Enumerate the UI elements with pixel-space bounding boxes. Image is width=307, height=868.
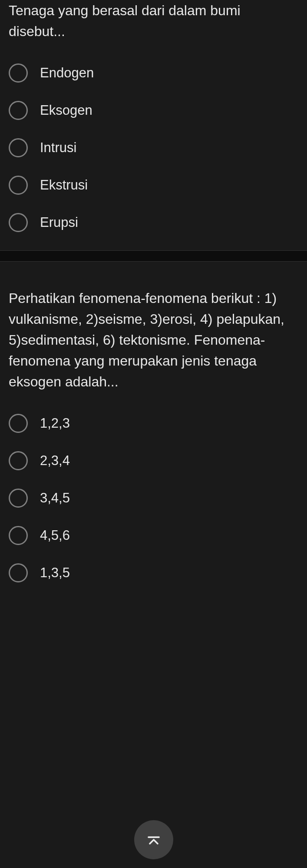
question-text: Tenaga yang berasal dari dalam bumi dise… <box>9 0 298 42</box>
radio-unchecked-icon <box>9 63 28 83</box>
option-row[interactable]: 1,2,3 <box>9 414 298 433</box>
option-label: Eksogen <box>40 103 92 118</box>
radio-unchecked-icon <box>9 414 28 433</box>
option-label: Ekstrusi <box>40 177 88 193</box>
radio-unchecked-icon <box>9 213 28 232</box>
option-row[interactable]: Ekstrusi <box>9 176 298 195</box>
radio-unchecked-icon <box>9 451 28 470</box>
option-label: 3,4,5 <box>40 490 70 506</box>
option-label: 2,3,4 <box>40 453 70 469</box>
option-row[interactable]: 3,4,5 <box>9 489 298 508</box>
option-label: Erupsi <box>40 215 78 230</box>
option-label: Intrusi <box>40 140 76 156</box>
question-block-1: Tenaga yang berasal dari dalam bumi dise… <box>0 0 307 232</box>
radio-unchecked-icon <box>9 176 28 195</box>
option-row[interactable]: Erupsi <box>9 213 298 232</box>
option-label: 1,2,3 <box>40 416 70 431</box>
question-block-2: Perhatikan fenomena-fenomena berikut : 1… <box>0 288 307 582</box>
option-label: Endogen <box>40 65 94 81</box>
option-row[interactable]: Eksogen <box>9 101 298 120</box>
question-text: Perhatikan fenomena-fenomena berikut : 1… <box>9 288 298 392</box>
option-row[interactable]: Intrusi <box>9 138 298 157</box>
question-divider <box>0 250 307 262</box>
radio-unchecked-icon <box>9 489 28 508</box>
radio-unchecked-icon <box>9 526 28 545</box>
radio-unchecked-icon <box>9 138 28 157</box>
option-row[interactable]: 1,3,5 <box>9 563 298 582</box>
option-label: 1,3,5 <box>40 565 70 581</box>
radio-unchecked-icon <box>9 101 28 120</box>
option-row[interactable]: 2,3,4 <box>9 451 298 470</box>
option-row[interactable]: Endogen <box>9 63 298 83</box>
scroll-to-top-button[interactable] <box>134 820 173 859</box>
option-label: 4,5,6 <box>40 528 70 543</box>
chevron-up-icon <box>146 832 162 848</box>
option-row[interactable]: 4,5,6 <box>9 526 298 545</box>
radio-unchecked-icon <box>9 563 28 582</box>
